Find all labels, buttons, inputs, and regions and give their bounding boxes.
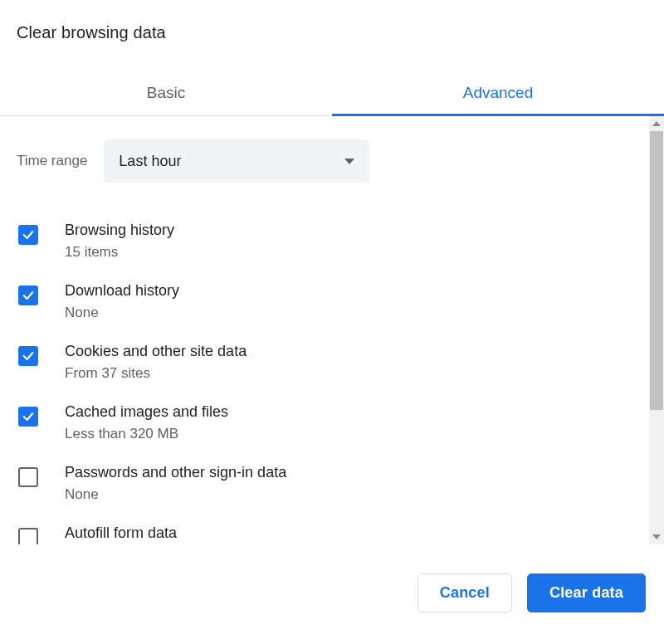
option-subtitle: None: [65, 486, 286, 503]
checkbox[interactable]: [18, 285, 38, 305]
check-icon: [22, 228, 35, 242]
scroll-area: Time range Last hour Browsing history15 …: [0, 116, 664, 544]
option-row[interactable]: Passwords and other sign-in dataNone: [18, 453, 632, 514]
option-title: Cookies and other site data: [65, 343, 247, 360]
tabs: Basic Advanced: [0, 72, 664, 116]
scrollbar-track[interactable]: [649, 131, 664, 529]
option-title: Browsing history: [65, 222, 174, 239]
time-range-row: Time range Last hour: [17, 139, 632, 183]
option-text: Browsing history15 items: [65, 222, 174, 261]
check-icon: [22, 410, 35, 423]
time-range-label: Time range: [17, 153, 87, 169]
option-subtitle: From 37 sites: [65, 365, 247, 382]
scrollbar[interactable]: [649, 116, 664, 544]
checkbox[interactable]: [18, 407, 38, 427]
triangle-up-icon: [652, 121, 661, 126]
scroll-down-button[interactable]: [649, 529, 664, 544]
option-title: Download history: [65, 282, 179, 300]
option-subtitle: None: [65, 305, 179, 321]
option-text: Cached images and filesLess than 320 MB: [65, 403, 228, 442]
option-title: Passwords and other sign-in data: [65, 464, 286, 481]
content: Time range Last hour Browsing history15 …: [0, 116, 649, 544]
check-icon: [22, 289, 35, 302]
option-text: Autofill form data: [65, 524, 177, 542]
time-range-value: Last hour: [119, 153, 181, 170]
option-subtitle: 15 items: [65, 244, 174, 261]
caret-down-icon: [344, 159, 354, 164]
option-text: Download historyNone: [65, 282, 179, 321]
scroll-up-button[interactable]: [649, 116, 664, 131]
scrollbar-thumb[interactable]: [650, 131, 663, 410]
time-range-select[interactable]: Last hour: [104, 139, 369, 183]
option-subtitle: Less than 320 MB: [65, 426, 228, 442]
dialog-title: Clear browsing data: [0, 0, 664, 42]
checkbox[interactable]: [18, 467, 38, 487]
checkbox[interactable]: [18, 225, 38, 245]
cancel-button[interactable]: Cancel: [417, 573, 512, 612]
option-row[interactable]: Cached images and filesLess than 320 MB: [18, 393, 632, 453]
option-title: Autofill form data: [65, 524, 177, 542]
option-text: Cookies and other site dataFrom 37 sites: [65, 343, 247, 382]
option-row[interactable]: Browsing history15 items: [18, 211, 632, 271]
option-row[interactable]: Autofill form data: [18, 514, 632, 544]
footer: Cancel Clear data: [0, 573, 664, 612]
option-row[interactable]: Download historyNone: [18, 271, 632, 332]
options-list: Browsing history15 itemsDownload history…: [18, 211, 632, 544]
check-icon: [22, 349, 35, 363]
tab-basic[interactable]: Basic: [0, 72, 332, 115]
tab-advanced[interactable]: Advanced: [332, 72, 664, 115]
option-row[interactable]: Cookies and other site dataFrom 37 sites: [18, 332, 632, 393]
checkbox[interactable]: [18, 528, 38, 544]
triangle-down-icon: [652, 534, 661, 539]
clear-data-button[interactable]: Clear data: [527, 573, 646, 612]
option-title: Cached images and files: [65, 403, 228, 421]
option-text: Passwords and other sign-in dataNone: [65, 464, 286, 503]
checkbox[interactable]: [18, 346, 38, 366]
